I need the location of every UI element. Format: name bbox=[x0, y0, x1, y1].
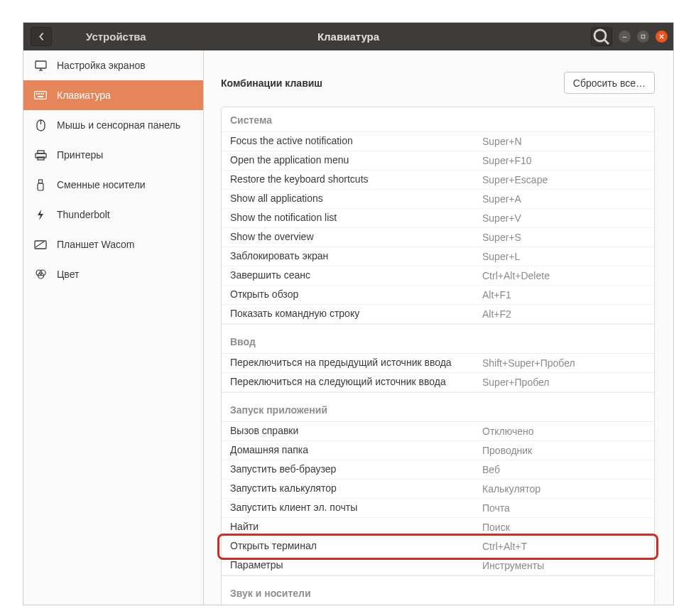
shortcut-keys: Super+Escape bbox=[482, 174, 646, 185]
shortcut-keys: Веб bbox=[482, 464, 646, 475]
shortcut-keys: Shift+Super+Пробел bbox=[482, 357, 646, 369]
sidebar-item-label: Цвет bbox=[57, 269, 79, 280]
shortcut-label: Домашняя папка bbox=[230, 444, 482, 457]
svg-rect-11 bbox=[43, 93, 44, 94]
shortcut-keys: Super+F10 bbox=[482, 155, 646, 166]
display-icon bbox=[34, 59, 47, 72]
sidebar-item-keyboard[interactable]: Клавиатура bbox=[23, 80, 203, 110]
shortcut-keys: Инструменты bbox=[482, 560, 646, 571]
keyboard-icon bbox=[34, 89, 47, 102]
svg-rect-17 bbox=[38, 157, 44, 160]
thunderbolt-icon bbox=[34, 208, 47, 221]
shortcut-row[interactable]: Заблокировать экранSuper+L bbox=[222, 247, 654, 266]
sidebar-item-printers[interactable]: Принтеры bbox=[23, 140, 203, 170]
shortcut-label: Show the notification list bbox=[230, 212, 482, 225]
shortcut-row[interactable]: НайтиПоиск bbox=[222, 518, 654, 537]
sidebar-item-thunderbolt[interactable]: Thunderbolt bbox=[23, 200, 203, 229]
search-icon bbox=[592, 27, 612, 47]
shortcut-keys: Отключено bbox=[482, 426, 646, 437]
sidebar-item-label: Клавиатура bbox=[57, 90, 111, 101]
shortcut-label: Параметры bbox=[230, 559, 482, 572]
sidebar-item-displays[interactable]: Настройка экранов bbox=[23, 50, 203, 80]
tablet-icon bbox=[34, 238, 47, 251]
titlebar-section-title: Устройства bbox=[86, 31, 146, 43]
svg-rect-16 bbox=[38, 151, 44, 153]
maximize-button[interactable] bbox=[637, 31, 649, 43]
shortcut-label: Переключиться на следующий источник ввод… bbox=[230, 376, 482, 389]
minimize-button[interactable] bbox=[619, 31, 631, 43]
shortcut-label: Запустить клиент эл. почты bbox=[230, 502, 482, 514]
shortcut-row[interactable]: Запустить калькуляторКалькулятор bbox=[222, 480, 654, 499]
shortcut-row[interactable]: Переключиться на следующий источник ввод… bbox=[222, 373, 654, 392]
close-button[interactable] bbox=[656, 31, 668, 43]
shortcut-label: Focus the active notification bbox=[230, 135, 482, 148]
reset-all-button[interactable]: Сбросить все… bbox=[564, 72, 655, 94]
section-header: Запуск приложений bbox=[222, 392, 654, 422]
shortcut-label: Запустить веб-браузер bbox=[230, 463, 482, 476]
shortcut-row[interactable]: Завершить сеансCtrl+Alt+Delete bbox=[222, 266, 654, 286]
svg-point-0 bbox=[594, 30, 606, 41]
shortcut-keys: Ctrl+Alt+T bbox=[482, 541, 646, 552]
titlebar: Устройства Клавиатура bbox=[23, 23, 673, 50]
shortcut-row[interactable]: Open the application menuSuper+F10 bbox=[222, 151, 654, 171]
shortcut-row[interactable]: Show the notification listSuper+V bbox=[222, 209, 654, 228]
sidebar-item-wacom[interactable]: Планшет Wacom bbox=[23, 229, 203, 259]
page-title: Комбинации клавиш bbox=[221, 77, 322, 89]
sidebar-item-label: Планшет Wacom bbox=[57, 239, 135, 250]
shortcut-row[interactable]: Запустить веб-браузерВеб bbox=[222, 460, 654, 480]
shortcut-keys: Alt+F2 bbox=[482, 308, 646, 320]
shortcut-keys: Alt+F1 bbox=[482, 289, 646, 301]
titlebar-page-title: Клавиатура bbox=[317, 31, 379, 43]
content-area: Комбинации клавиш Сбросить все… СистемаF… bbox=[204, 50, 673, 605]
svg-rect-4 bbox=[36, 61, 46, 68]
svg-line-1 bbox=[604, 40, 609, 44]
search-button[interactable] bbox=[591, 27, 612, 46]
chevron-left-icon bbox=[38, 33, 45, 40]
sidebar-item-label: Thunderbolt bbox=[57, 209, 110, 220]
shortcut-label: Restore the keyboard shortcuts bbox=[230, 173, 482, 186]
shortcut-label: Открыть терминал bbox=[230, 540, 482, 553]
shortcut-row[interactable]: Запустить клиент эл. почтыПочта bbox=[222, 499, 654, 518]
sidebar-item-removable[interactable]: Сменные носители bbox=[23, 170, 203, 200]
shortcut-keys: Проводник bbox=[482, 445, 646, 456]
titlebar-controls bbox=[591, 27, 673, 46]
shortcut-row[interactable]: Show all applicationsSuper+A bbox=[222, 190, 654, 209]
shortcut-row[interactable]: Restore the keyboard shortcutsSuper+Esca… bbox=[222, 171, 654, 190]
shortcut-keys: Калькулятор bbox=[482, 483, 646, 495]
minimize-icon bbox=[621, 33, 628, 40]
back-button[interactable] bbox=[31, 27, 52, 46]
shortcut-label: Переключиться на предыдущий источник вво… bbox=[230, 357, 482, 369]
shortcut-row[interactable]: Открыть обзорAlt+F1 bbox=[222, 286, 654, 305]
shortcut-row[interactable]: Открыть терминалCtrl+Alt+T bbox=[222, 537, 654, 556]
shortcut-keys: Поиск bbox=[482, 522, 646, 533]
sidebar-item-mouse[interactable]: Мышь и сенсорная панель bbox=[23, 110, 203, 140]
svg-rect-19 bbox=[38, 183, 43, 190]
shortcut-keys: Super+S bbox=[482, 232, 646, 243]
shortcut-row[interactable]: Переключиться на предыдущий источник вво… bbox=[222, 354, 654, 373]
maximize-icon bbox=[640, 33, 646, 40]
shortcut-row[interactable]: ПараметрыИнструменты bbox=[222, 556, 654, 576]
shortcut-keys: Super+A bbox=[482, 193, 646, 205]
svg-rect-7 bbox=[35, 92, 47, 99]
shortcut-label: Показать командную строку bbox=[230, 308, 482, 320]
shortcut-label: Открыть обзор bbox=[230, 288, 482, 301]
section-header: Ввод bbox=[222, 324, 654, 354]
sidebar-item-label: Сменные носители bbox=[57, 179, 146, 190]
shortcut-row[interactable]: Focus the active notificationSuper+N bbox=[222, 132, 654, 151]
shortcut-row[interactable]: Show the overviewSuper+S bbox=[222, 228, 654, 247]
shortcut-row[interactable]: Вызов справкиОтключено bbox=[222, 422, 654, 441]
shortcut-label: Вызов справки bbox=[230, 425, 482, 438]
section-header: Звук и носители bbox=[222, 576, 654, 605]
sidebar-item-label: Настройка экранов bbox=[57, 60, 146, 71]
shortcut-label: Завершить сеанс bbox=[230, 269, 482, 282]
page-header: Комбинации клавиш Сбросить все… bbox=[221, 72, 655, 94]
shortcut-label: Найти bbox=[230, 521, 482, 534]
shortcut-label: Open the application menu bbox=[230, 154, 482, 167]
svg-line-21 bbox=[36, 242, 44, 247]
svg-rect-18 bbox=[39, 180, 43, 183]
shortcut-row[interactable]: Домашняя папкаПроводник bbox=[222, 441, 654, 460]
shortcut-keys: Super+L bbox=[482, 251, 646, 262]
sidebar-item-color[interactable]: Цвет bbox=[23, 259, 203, 289]
shortcut-keys: Super+V bbox=[482, 212, 646, 224]
shortcut-row[interactable]: Показать командную строкуAlt+F2 bbox=[222, 305, 654, 324]
